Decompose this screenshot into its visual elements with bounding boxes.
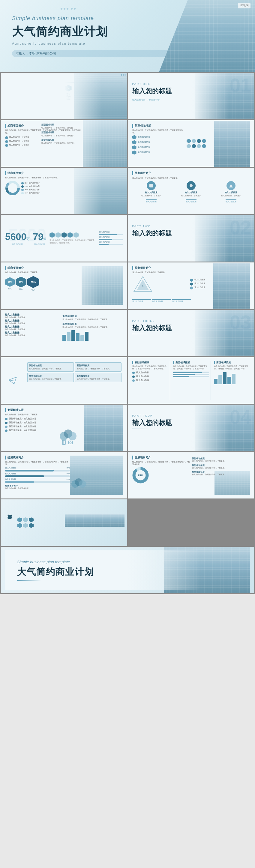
- svg-rect-4: [150, 184, 153, 187]
- s14-col3-title: 新型领域拓展: [214, 361, 250, 364]
- slide10-bottom: 输入人员数量 输入人员数量 输入人员数量: [132, 299, 191, 303]
- col2: 输入人员数量 输入您的内容，了解更多: [172, 181, 210, 197]
- slide-icons-13: 新型领域拓展 输入您的内容，了解更多详情，了解更多。 新型领域拓展 输入您的内容…: [1, 357, 127, 404]
- legend-4: 15% 输入您的内容: [21, 192, 40, 194]
- hex-deco: [50, 232, 96, 238]
- contents-item-2: 02 我公司的目标: [23, 85, 40, 100]
- triangle-diagram: ▲: [132, 275, 153, 293]
- slide5-body: 输入您的内容，了解更多详情，了解更多详情，了解更多详情内容。: [5, 176, 70, 179]
- s11-item2: 输入人员数量 输入您的内容，了解更多: [5, 319, 58, 324]
- slide11-left: 输入人员数量 输入您的内容，了解更多 输入人员数量 输入您的内容，了解更多 输入…: [5, 313, 58, 337]
- part4-label: PART FOUR: [132, 414, 250, 417]
- hgs4: [202, 139, 206, 143]
- slide9-inner: 经商项目简介 输入您的内容，了解更多详情，了解更多。 10% 输入 15% 输入…: [5, 266, 123, 305]
- s10-bottom3: 输入人员数量: [172, 299, 191, 303]
- part4-deco-line: [132, 429, 150, 429]
- bar3: [71, 330, 75, 341]
- tl-text1: 新型领域拓展：输入您的内容: [9, 417, 36, 420]
- slide-info-6: 经商项目简介 输入您的内容，了解更多详情，了解更多详情，了解更多。 输入人员数量…: [128, 168, 254, 214]
- hgs3: [197, 139, 201, 143]
- s14-bar3: [223, 372, 226, 384]
- part2-content: PART TWO 输入您的标题: [132, 219, 250, 239]
- prog2-fill: [99, 239, 112, 240]
- s19-h1: [18, 517, 22, 522]
- s10-bottom1: 输入人员数量: [132, 299, 151, 303]
- hex-label-1: 新型领域拓展: [138, 136, 150, 138]
- item-label-2: 我公司的目标: [30, 92, 34, 100]
- slide14-inner: 新型领域拓展 输入您的内容，了解更多详情，了解更多详情，了解更多详情内容，了解更…: [132, 361, 250, 400]
- sub3-title: 新型领域拓展: [41, 138, 79, 142]
- col1-label: 输入人员数量: [132, 191, 170, 194]
- tl-dot4: [5, 430, 7, 432]
- hd1: [50, 232, 55, 238]
- s14-bar-chart: [214, 372, 250, 384]
- legend-text-4: 15% 输入您的内容: [25, 192, 40, 194]
- bar5: [81, 335, 84, 341]
- s17-p2: 输入人员数量 60%: [5, 473, 70, 477]
- hc3-hex: 35%: [27, 276, 39, 288]
- slide4-right: [185, 124, 250, 163]
- hc2-label: 输入: [15, 288, 26, 291]
- col2-icon: [187, 181, 196, 190]
- tl-dot3: [5, 426, 7, 428]
- s11-label2: 输入人员数量: [5, 319, 58, 322]
- hex-label-2: 新型领域拓展: [138, 141, 150, 144]
- feat-row2: 新型领域拓展 输入您的内容，了解更多详情，了解更多。 新型领域拓展 输入您的内容…: [27, 373, 122, 382]
- tl-text3: 新型领域拓展：输入您的内容: [9, 425, 36, 428]
- s17-p3-label: 输入人员数量: [5, 478, 16, 480]
- slide17-inner: 提展项目简介 输入您的内容，了解更多详情，了解更多详情，了解更多详情内容，了解更…: [5, 456, 123, 495]
- s10-bottom2: 输入人员数量: [152, 299, 171, 303]
- legend-dot-2: [21, 185, 24, 188]
- s17-p1: 输入人员数量 75%: [5, 467, 70, 471]
- hc3-label: 输入: [27, 288, 39, 291]
- slide17-progs: 输入人员数量 75% 输入人员数量 60%: [5, 467, 70, 483]
- part3-label: PART THREE: [132, 319, 250, 322]
- stat1-num-wrap: 5600 万: [5, 231, 30, 242]
- s17-pb2: [5, 475, 70, 477]
- timeline: 新型领域拓展：输入您的内容 新型领域拓展：输入您的内容 新型领域拓展：输入您的内…: [5, 417, 58, 432]
- tl-text4: 新型领域拓展：输入您的内容: [9, 429, 36, 432]
- s17-p2-label: 输入人员数量: [5, 473, 16, 475]
- hgs7: [197, 144, 201, 148]
- stat2-num-wrap: 79 %: [33, 231, 46, 242]
- part3-title: 输入您的标题: [132, 323, 250, 333]
- s14-col2-title: 新型领域拓展: [173, 361, 209, 364]
- s19-h2: [23, 517, 28, 522]
- hex-r4: [132, 151, 136, 155]
- s11-sub1: 新型领域拓展 输入您的内容，了解更多详情，了解更多详情，了解更多。: [62, 315, 121, 321]
- big-circle-chart: 95%: [132, 467, 149, 484]
- s11-bar-chart: [62, 330, 121, 341]
- slide19-inner: 大气简约商业计划: [5, 503, 123, 542]
- slide10-left: 经商项目简介 输入您的内容，了解更多详情，了解更多。 ▲: [132, 266, 191, 293]
- slide6-title: 经商项目简介: [132, 171, 250, 175]
- cover-slide: 演示网 Simple business plan template 大气简约商业…: [0, 0, 255, 72]
- prog1: 输入您的内容: [99, 231, 123, 235]
- s11-text2: 输入您的内容，了解更多: [5, 322, 58, 324]
- cover-dots: [60, 6, 76, 11]
- s18-d3-body: 输入您的内容，了解更多详情，了解更多。: [192, 473, 248, 476]
- s14-pb1-fill: [173, 372, 202, 373]
- hc3: 35% 输入: [27, 276, 39, 291]
- s14-t1: 输入您的内容: [132, 371, 168, 374]
- s17-p2-pct: 60%: [67, 473, 70, 475]
- s18-detail3: 新型领域拓展 输入您的内容，了解更多详情，了解更多。: [192, 471, 248, 476]
- s18-detail2: 新型领域拓展 输入您的内容，了解更多详情，了解更多。: [192, 464, 248, 469]
- s14-t2: 输入您的内容: [132, 375, 168, 378]
- part1-content: PART ONE 输入您的标题 输入您的内容，了解更多详情: [132, 76, 250, 101]
- hgs6: [192, 144, 196, 148]
- s10-item1: 输入人员数量: [190, 278, 205, 282]
- slide18-body: 输入您的内容，了解更多详情，了解更多详情，了解更多详情内容，了解更多详情。: [132, 461, 191, 466]
- slide6-body: 输入您的内容，了解更多详情，了解更多详情，了解更多。: [132, 177, 250, 179]
- legend-text-3: 20% 输入您的内容: [25, 188, 40, 191]
- overlap-circles: [60, 430, 76, 443]
- slide15-left: 新型领域拓展 输入您的内容，了解更多详情，了解更多。 新型领域拓展：输入您的内容…: [5, 408, 58, 432]
- stat1-unit: 万: [26, 237, 30, 241]
- s14-pb3: [173, 376, 209, 377]
- sub1-title: 新型领域拓展: [41, 123, 79, 126]
- col2-text: 输入您的内容，了解更多: [172, 195, 210, 197]
- s10-text2: 输入人员数量: [194, 282, 205, 285]
- tt3: 输入您的内容: [136, 379, 149, 381]
- svg-text:▲: ▲: [141, 284, 144, 287]
- feat3-title: 新型领域拓展: [29, 375, 72, 378]
- slide-info-14: 新型领域拓展 输入您的内容，了解更多详情，了解更多详情，了解更多详情内容，了解更…: [128, 357, 254, 404]
